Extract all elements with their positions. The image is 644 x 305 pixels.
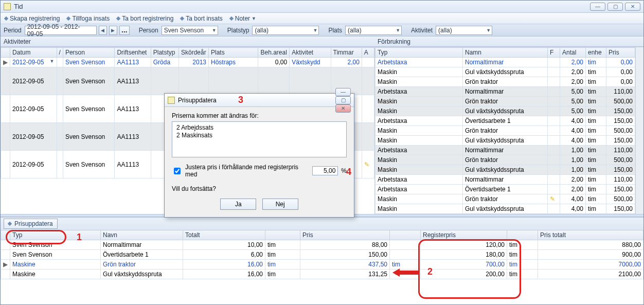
window-controls: — ▢ ✕ xyxy=(590,3,640,11)
chevron-down-icon: ▼ xyxy=(313,28,317,33)
column-header[interactable]: F xyxy=(548,48,560,58)
list-item: 2 Arbejdssats xyxy=(176,124,342,132)
toolbar-noter[interactable]: Noter▼ xyxy=(230,15,256,22)
period-prev-button[interactable]: ◀ xyxy=(99,26,107,35)
table-row[interactable]: ▶2012-09-05▼Sven SvensonAA1113Gröda2013H… xyxy=(1,58,374,67)
person-label: Person xyxy=(139,27,158,34)
left-section-header: Aktiviteter xyxy=(1,37,374,47)
column-header[interactable]: Person xyxy=(63,48,114,58)
table-row[interactable]: ArbetstaxaÖvertidsarbete 12,00tim150,00 xyxy=(375,185,635,194)
table-row[interactable]: ArbetstaxaÖvertidsarbete 14,00tim150,00 xyxy=(375,116,635,126)
dialog-minimize-button[interactable]: — xyxy=(335,88,351,96)
table-row[interactable]: MaskinGrön traktor✎4,00tim500,00 xyxy=(375,194,635,204)
period-field[interactable]: 2012-09-05 - 2012-09-05 xyxy=(25,26,97,35)
column-header[interactable]: Beh.areal xyxy=(258,48,290,58)
prisuppdatera-button[interactable]: Prisuppdatera xyxy=(4,219,58,229)
period-next-button[interactable]: ▶ xyxy=(109,26,117,35)
column-header[interactable]: Pris xyxy=(300,230,390,240)
diamond-icon xyxy=(8,222,12,226)
column-header[interactable] xyxy=(1,48,10,58)
table-row[interactable]: MaskineGul växtskyddsspruta16,00tim131,2… xyxy=(1,270,643,279)
column-header[interactable]: Registerpris xyxy=(421,230,507,240)
column-header[interactable]: Skördeår xyxy=(179,48,209,58)
table-row[interactable]: ArbetstaxaNormaltimmar5,00tim110,00 xyxy=(375,87,635,97)
diamond-icon xyxy=(180,16,184,20)
dialog-confirm-text: Vill du fortsätta? xyxy=(172,185,347,192)
table-row[interactable]: MaskinGrön traktor1,00tim500,00 xyxy=(375,155,635,165)
toolbar-tillfoga-insats[interactable]: Tillfoga insats xyxy=(67,15,110,22)
right-section-header: Förbrukning xyxy=(374,37,643,47)
column-header[interactable]: Timmar xyxy=(331,48,362,58)
column-header[interactable]: Antal xyxy=(560,48,586,58)
column-header[interactable]: Pris xyxy=(606,48,635,58)
minimize-button[interactable]: — xyxy=(590,3,605,11)
column-header[interactable]: Navn xyxy=(101,230,183,240)
table-row[interactable]: MaskinGul växtskyddsspruta4,00tim150,00 xyxy=(375,204,635,214)
app-window: Tid — ▢ ✕ Skapa registrering Tillfoga in… xyxy=(0,0,644,305)
diamond-icon xyxy=(66,16,70,20)
column-header[interactable] xyxy=(507,230,538,240)
table-row[interactable]: MaskinGul växtskyddsspruta4,00tim150,00 xyxy=(375,136,635,146)
table-row[interactable]: MaskinGul växtskyddsspruta1,00tim150,00 xyxy=(375,165,635,175)
column-header[interactable]: Namn xyxy=(463,48,548,58)
column-header[interactable] xyxy=(390,230,421,240)
toolbar-ta-bort-insats[interactable]: Ta bort insats xyxy=(181,15,222,22)
platstyp-field[interactable]: (alla)▼ xyxy=(252,26,319,35)
column-header[interactable]: Typ xyxy=(10,230,101,240)
no-button[interactable]: Nej xyxy=(262,199,298,210)
person-field[interactable]: Sven Svenson▼ xyxy=(162,26,218,35)
table-row[interactable]: ArbetstaxaNormaltimmar2,00tim110,00 xyxy=(375,175,635,185)
period-picker-button[interactable]: … xyxy=(119,26,130,35)
table-row[interactable]: MaskinGrön traktor5,00tim500,00 xyxy=(375,97,635,106)
titlebar: Tid — ▢ ✕ xyxy=(1,1,643,13)
platstyp-label: Platstyp xyxy=(227,27,249,34)
consumption-grid[interactable]: TypNamnFAntalenhePris ArbetstaxaNormalti… xyxy=(375,47,635,214)
table-row[interactable]: ▶MaskineGrön traktor16,00tim437,50tim700… xyxy=(1,260,643,270)
column-header[interactable]: Plats xyxy=(208,48,258,58)
column-header[interactable]: Typ xyxy=(375,48,463,58)
column-header[interactable] xyxy=(1,230,10,240)
dialog-title: Prisuppdatera xyxy=(178,97,217,104)
column-header[interactable]: Datum xyxy=(10,48,57,58)
table-row[interactable]: 2012-09-05Sven SvensonAA1113 xyxy=(1,67,374,95)
aktivitet-label: Aktivitet xyxy=(411,27,433,34)
adjust-price-checkbox[interactable] xyxy=(174,168,181,174)
table-row[interactable]: ArbetstaxaNormaltimmar2,00tim0,00 xyxy=(375,58,635,67)
maximize-button[interactable]: ▢ xyxy=(607,3,623,11)
toolbar-skapa-registrering[interactable]: Skapa registrering xyxy=(5,15,60,22)
scrollbar[interactable] xyxy=(635,47,643,214)
app-icon xyxy=(4,3,11,10)
window-title: Tid xyxy=(14,3,23,10)
summary-grid[interactable]: TypNavnTotaltPrisRegisterprisPris totalt… xyxy=(1,230,643,279)
bottom-toolbar: Prisuppdatera xyxy=(1,217,643,230)
consumption-pane: TypNamnFAntalenhePris ArbetstaxaNormalti… xyxy=(375,47,643,214)
column-header[interactable]: Driftsenhet xyxy=(115,48,151,58)
table-row[interactable]: ArbetstaxaNormaltimmar1,00tim110,00 xyxy=(375,146,635,155)
close-button[interactable]: ✕ xyxy=(625,3,640,11)
yes-button[interactable]: Ja xyxy=(220,199,256,210)
column-header[interactable]: Aktivitet xyxy=(290,48,331,58)
dialog-maximize-button[interactable]: ▢ xyxy=(335,96,351,104)
aktivitet-field[interactable]: (alla)▼ xyxy=(436,26,492,35)
table-row[interactable]: Sven SvensonNormaltimmar10,00tim88,00120… xyxy=(1,240,643,250)
column-header[interactable]: A xyxy=(362,48,374,58)
column-header[interactable]: Pris totalt xyxy=(538,230,643,240)
table-row[interactable]: MaskinGrön traktor2,00tim0,00 xyxy=(375,77,635,87)
table-row[interactable]: Sven SvensonÖvertidsarbete 16,00tim150,0… xyxy=(1,250,643,260)
chevron-down-icon: ▼ xyxy=(396,28,400,33)
column-header[interactable]: / xyxy=(57,48,63,58)
plats-field[interactable]: (alla)▼ xyxy=(345,26,402,35)
table-row[interactable]: MaskinGul växtskyddsspruta5,00tim150,00 xyxy=(375,106,635,116)
percent-input[interactable] xyxy=(312,166,338,175)
toolbar-ta-bort-registrering[interactable]: Ta bort registrering xyxy=(117,15,173,22)
column-header[interactable]: Platstyp xyxy=(151,48,178,58)
dialog-close-button[interactable]: ✕ xyxy=(335,104,351,113)
table-row[interactable]: MaskinGrön traktor4,00tim500,00 xyxy=(375,126,635,136)
chevron-down-icon: ▼ xyxy=(486,28,491,33)
percent-symbol: % xyxy=(341,167,347,174)
table-row[interactable]: MaskinGul växtskyddsspruta2,00tim0,00 xyxy=(375,67,635,77)
column-header[interactable]: Totalt xyxy=(183,230,265,240)
column-header[interactable] xyxy=(265,230,300,240)
plats-label: Plats xyxy=(328,27,342,34)
column-header[interactable]: enhe xyxy=(586,48,606,58)
